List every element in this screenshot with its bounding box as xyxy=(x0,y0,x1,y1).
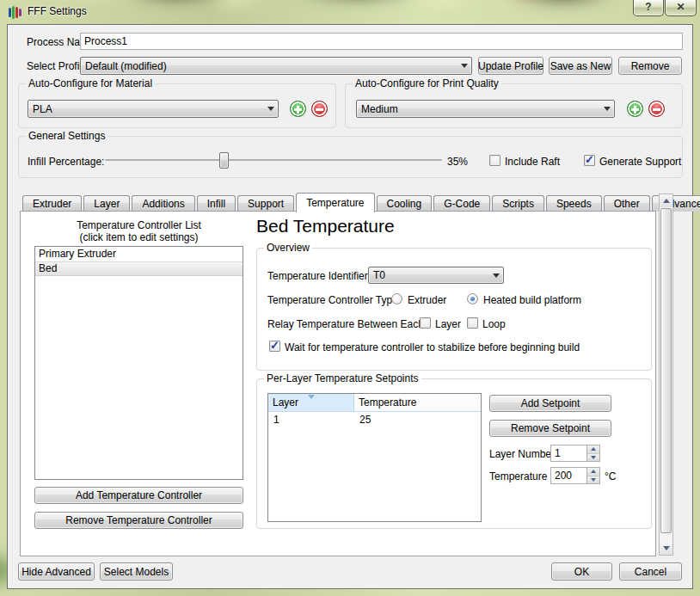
tab-temperature[interactable]: Temperature xyxy=(296,193,374,212)
help-button[interactable]: ? xyxy=(633,0,664,16)
scroll-down-button[interactable] xyxy=(660,542,672,555)
radio-heated-build-platform[interactable] xyxy=(467,293,478,304)
setpoint-temperature-stepper[interactable]: 200 xyxy=(550,467,600,484)
cancel-label: Cancel xyxy=(635,566,666,578)
tab-speeds[interactable]: Speeds xyxy=(546,195,602,212)
remove-setpoint-button[interactable]: Remove Setpoint xyxy=(489,420,611,437)
cell-layer: 1 xyxy=(268,412,354,427)
overview-legend: Overview xyxy=(264,242,312,254)
update-profile-button[interactable]: Update Profile xyxy=(478,57,543,75)
select-models-label: Select Models xyxy=(104,566,169,578)
temperature-controller-list: Primary Extruder Bed xyxy=(34,246,243,480)
select-models-button[interactable]: Select Models xyxy=(100,562,173,581)
radio-extruder[interactable] xyxy=(391,293,402,304)
material-select[interactable]: PLA xyxy=(28,100,279,118)
profile-selected-value: Default (modified) xyxy=(81,60,457,72)
infill-percentage-label: Infill Percentage: xyxy=(28,156,104,168)
add-setpoint-button[interactable]: Add Setpoint xyxy=(489,395,611,412)
spin-up-icon[interactable] xyxy=(587,445,599,454)
setpoints-group: Per-Layer Temperature Setpoints Layer Te… xyxy=(256,378,652,529)
temperature-tab-pane: Temperature Controller List (click item … xyxy=(20,211,656,556)
controller-list-title: Temperature Controller List xyxy=(34,219,243,231)
setpoints-legend: Per-Layer Temperature Setpoints xyxy=(264,372,421,384)
update-profile-label: Update Profile xyxy=(478,60,543,72)
include-raft-checkbox[interactable] xyxy=(489,155,500,166)
settings-tab-bar: Extruder Layer Additions Infill Support … xyxy=(22,192,700,212)
spin-down-icon[interactable] xyxy=(587,476,599,484)
column-header-layer-label: Layer xyxy=(273,396,298,409)
temperature-identifier-label: Temperature Identifier xyxy=(267,270,368,282)
remove-material-icon[interactable] xyxy=(311,101,328,117)
quality-selected-value: Medium xyxy=(357,103,599,115)
tab-infill[interactable]: Infill xyxy=(197,195,236,212)
chevron-down-icon xyxy=(488,273,503,278)
remove-temperature-controller-button[interactable]: Remove Temperature Controller xyxy=(34,512,243,529)
setpoint-temperature-label: Temperature xyxy=(489,470,547,482)
list-item-primary-extruder[interactable]: Primary Extruder xyxy=(35,247,243,261)
help-icon: ? xyxy=(645,1,651,13)
ok-button[interactable]: OK xyxy=(551,562,612,581)
process-name-input[interactable] xyxy=(80,33,683,50)
tab-gcode[interactable]: G-Code xyxy=(433,195,490,212)
page-title: Bed Temperature xyxy=(256,216,395,237)
hide-advanced-button[interactable]: Hide Advanced xyxy=(18,562,95,581)
column-header-temperature[interactable]: Temperature xyxy=(354,394,481,411)
close-icon: ✕ xyxy=(676,1,685,13)
generate-support-checkbox[interactable] xyxy=(584,155,595,166)
tab-scripts[interactable]: Scripts xyxy=(492,195,544,212)
material-selected-value: PLA xyxy=(28,103,263,115)
layer-number-stepper[interactable]: 1 xyxy=(550,445,600,462)
add-material-icon[interactable] xyxy=(290,101,306,117)
temperature-identifier-select[interactable]: T0 xyxy=(368,267,504,284)
cancel-button[interactable]: Cancel xyxy=(619,562,682,581)
overview-group: Overview Temperature Identifier T0 Tempe… xyxy=(256,248,652,371)
add-setpoint-label: Add Setpoint xyxy=(521,397,580,409)
save-as-new-label: Save as New xyxy=(550,60,611,72)
infill-slider[interactable] xyxy=(105,152,442,169)
tab-extruder[interactable]: Extruder xyxy=(22,195,82,212)
fff-settings-window: FFF Settings ? ✕ Process Name: Select Pr… xyxy=(0,0,700,596)
add-quality-icon[interactable] xyxy=(627,101,643,117)
profile-select[interactable]: Default (modified) xyxy=(80,57,472,75)
tab-support[interactable]: Support xyxy=(237,195,294,212)
list-item-bed[interactable]: Bed xyxy=(35,261,243,276)
tab-cooling[interactable]: Cooling xyxy=(377,195,433,212)
spin-down-icon[interactable] xyxy=(587,454,599,462)
scrollbar-thumb[interactable] xyxy=(660,208,672,533)
remove-profile-button[interactable]: Remove xyxy=(618,57,682,75)
layer-number-label: Layer Number xyxy=(489,448,555,460)
setpoint-temperature-value: 200 xyxy=(551,468,586,483)
save-as-new-button[interactable]: Save as New xyxy=(549,57,612,75)
title-bar[interactable]: FFF Settings ? ✕ xyxy=(0,0,700,24)
column-header-layer[interactable]: Layer xyxy=(268,394,354,411)
relay-loop-label: Loop xyxy=(482,318,506,330)
close-button[interactable]: ✕ xyxy=(665,0,697,16)
relay-temperature-label: Relay Temperature Between Each: xyxy=(267,318,427,330)
tab-additions[interactable]: Additions xyxy=(132,195,194,212)
relay-layer-label: Layer xyxy=(435,318,461,330)
relay-layer-checkbox[interactable] xyxy=(420,317,431,329)
remove-quality-icon[interactable] xyxy=(648,101,665,117)
table-row[interactable]: 1 25 xyxy=(268,412,481,427)
chevron-down-icon xyxy=(599,107,614,111)
tab-other[interactable]: Other xyxy=(604,195,650,212)
tab-layer[interactable]: Layer xyxy=(83,195,130,212)
column-header-temperature-label: Temperature xyxy=(359,396,416,409)
chevron-down-icon xyxy=(263,107,278,111)
scroll-up-button[interactable] xyxy=(660,194,672,207)
quality-select[interactable]: Medium xyxy=(356,100,615,118)
setpoints-table-header: Layer Temperature xyxy=(268,394,481,412)
ok-label: OK xyxy=(574,566,589,578)
window-title: FFF Settings xyxy=(28,0,87,24)
sort-descending-icon xyxy=(308,395,315,399)
dialog-client-area: Process Name: Select Profile: Default (m… xyxy=(7,24,693,589)
logo-bar-purple xyxy=(19,9,21,16)
infill-slider-handle[interactable] xyxy=(219,152,229,169)
add-temperature-controller-button[interactable]: Add Temperature Controller xyxy=(34,487,243,504)
spin-up-icon[interactable] xyxy=(587,468,599,476)
wait-stabilize-checkbox[interactable] xyxy=(269,341,280,352)
relay-loop-checkbox[interactable] xyxy=(467,317,478,329)
scroll-down-icon xyxy=(663,546,670,550)
vertical-scrollbar[interactable] xyxy=(659,194,673,556)
radio-extruder-label: Extruder xyxy=(408,294,446,306)
